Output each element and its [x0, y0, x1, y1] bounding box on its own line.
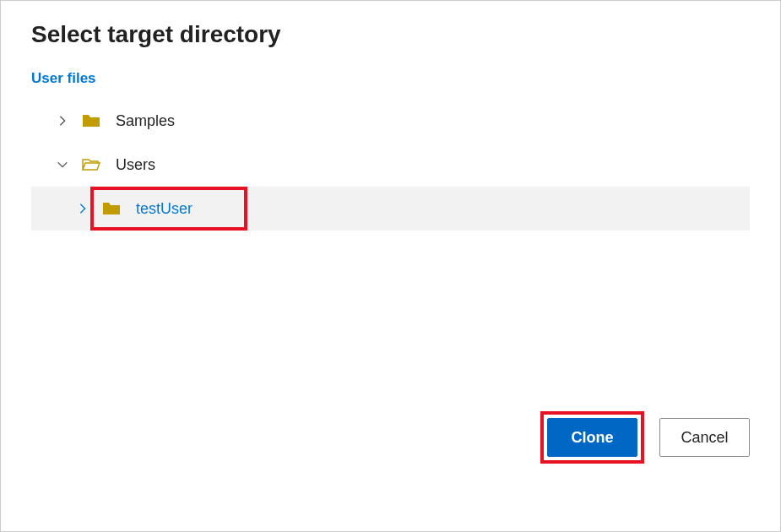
chevron-right-icon[interactable]	[73, 199, 92, 218]
directory-tree: Samples Users t	[31, 99, 750, 231]
dialog-title: Select target directory	[1, 1, 780, 55]
section-user-files[interactable]: User files	[31, 70, 750, 87]
tree-item-testuser[interactable]: testUser	[31, 187, 750, 231]
dialog-content: User files Samples Users	[1, 55, 780, 411]
folder-icon	[82, 113, 100, 128]
folder-open-icon	[82, 157, 100, 172]
tree-item-label: testUser	[136, 200, 193, 218]
dialog-footer: Clone Cancel	[1, 411, 780, 531]
tree-item-label: Samples	[116, 112, 175, 130]
tree-item-users[interactable]: Users	[31, 143, 750, 187]
chevron-down-icon[interactable]	[53, 155, 72, 174]
select-directory-dialog: Select target directory User files Sampl…	[0, 0, 781, 532]
tree-item-label: Users	[116, 156, 155, 174]
chevron-right-icon[interactable]	[53, 111, 72, 130]
clone-button[interactable]: Clone	[547, 418, 637, 457]
cancel-button[interactable]: Cancel	[659, 418, 750, 457]
folder-icon	[102, 201, 121, 216]
tree-item-samples[interactable]: Samples	[31, 99, 750, 143]
annotation-highlight: Clone	[540, 411, 644, 464]
